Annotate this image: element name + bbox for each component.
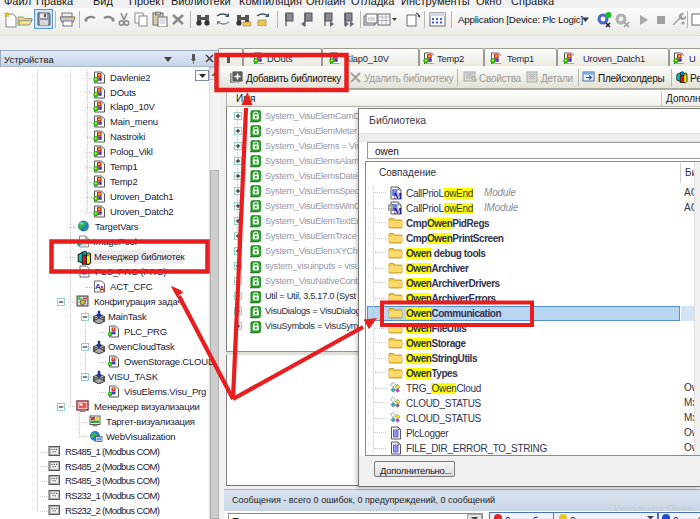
- svg-text:A: A: [100, 285, 105, 292]
- svg-text:M: M: [394, 191, 403, 200]
- svg-text:M: M: [394, 206, 403, 215]
